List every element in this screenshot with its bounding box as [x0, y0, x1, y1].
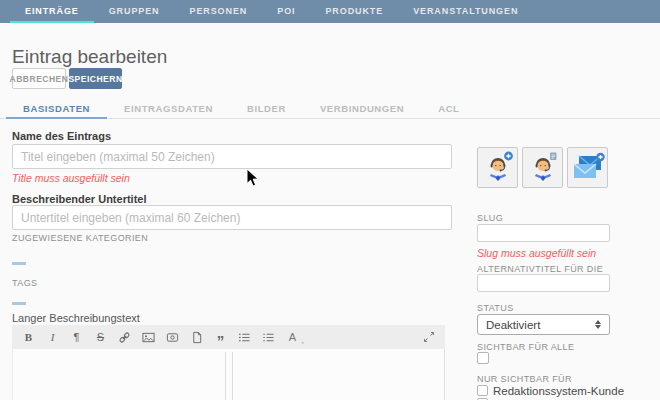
alt-title-input[interactable] — [477, 274, 610, 292]
visible-all-label: SICHTBAR FÜR ALLE — [477, 342, 574, 352]
nav-item-gruppen[interactable]: GRUPPEN — [94, 0, 175, 23]
editor-pane-divider — [232, 352, 233, 400]
nav-item-eintraege[interactable]: EINTRÄGE — [10, 0, 94, 23]
page-title: Eintrag bearbeiten — [12, 46, 167, 68]
nav-item-veranstaltungen[interactable]: VERANSTALTUNGEN — [398, 0, 533, 23]
title-error: Title muss ausgefüllt sein — [12, 172, 130, 184]
name-label: Name des Eintrags — [12, 130, 111, 142]
ordered-list-icon[interactable] — [262, 330, 275, 344]
select-arrows-icon — [595, 320, 601, 329]
status-label: STATUS — [477, 303, 514, 313]
visible-all-checkbox[interactable] — [477, 352, 489, 364]
slug-input[interactable] — [477, 224, 610, 242]
font-style-icon[interactable]: A◦ — [286, 330, 299, 344]
media-icon[interactable] — [166, 330, 179, 344]
form-tabs: BASISDATEN EINTRAGSDATEN BILDER VERBINDU… — [0, 99, 660, 119]
tab-eintragsdaten[interactable]: EINTRAGSDATEN — [107, 99, 230, 119]
visible-only-option-checkbox[interactable] — [477, 385, 488, 396]
unordered-list-icon[interactable] — [238, 330, 251, 344]
save-button[interactable]: SPEICHERN — [69, 68, 122, 89]
subtitle-input[interactable] — [12, 205, 452, 230]
description-editor[interactable] — [12, 349, 445, 400]
nav-item-produkte[interactable]: PRODUKTE — [310, 0, 398, 23]
categories-empty-indicator[interactable] — [12, 262, 26, 265]
tags-label: TAGS — [12, 278, 37, 288]
link-icon[interactable] — [118, 330, 131, 344]
tags-empty-indicator[interactable] — [12, 302, 26, 305]
bold-icon[interactable]: B — [22, 330, 35, 344]
slug-error: Slug muss ausgefüllt sein — [477, 247, 596, 259]
slug-label: SLUG — [477, 213, 503, 223]
attachment-icon[interactable] — [190, 330, 203, 344]
tab-basisdaten[interactable]: BASISDATEN — [6, 99, 107, 119]
copy-person-button[interactable] — [522, 147, 563, 188]
cancel-button[interactable]: ABBRECHEN — [12, 68, 66, 89]
tab-bilder[interactable]: BILDER — [230, 99, 303, 119]
italic-icon[interactable]: I — [46, 330, 59, 344]
entry-edit-page: EINTRÄGE GRUPPEN PERSONEN POI PRODUKTE V… — [0, 0, 660, 400]
nav-item-poi[interactable]: POI — [262, 0, 310, 23]
fullscreen-icon[interactable] — [422, 330, 435, 344]
add-message-button[interactable] — [567, 147, 608, 188]
strikethrough-icon[interactable]: S — [94, 330, 107, 344]
description-label: Langer Beschreibungstext — [12, 312, 140, 324]
mouse-cursor — [246, 168, 260, 188]
visible-only-option-label: Redaktionssystem-Kunde — [493, 385, 624, 397]
image-icon[interactable] — [142, 330, 155, 344]
editor-toolbar: B I ¶ S ” A◦ — [12, 325, 445, 349]
visible-only-label: NUR SICHTBAR FÜR — [477, 374, 572, 384]
tab-acl[interactable]: ACL — [421, 99, 476, 119]
status-select-value: Deaktiviert — [486, 319, 540, 331]
top-navigation: EINTRÄGE GRUPPEN PERSONEN POI PRODUKTE V… — [0, 0, 660, 23]
add-person-button[interactable] — [477, 147, 518, 188]
subtitle-label: Beschreibender Untertitel — [12, 193, 146, 205]
editor-pane-divider — [225, 352, 226, 400]
tab-verbindungen[interactable]: VERBINDUNGEN — [303, 99, 421, 119]
title-input[interactable] — [12, 144, 452, 169]
nav-item-personen[interactable]: PERSONEN — [175, 0, 263, 23]
blockquote-icon[interactable]: ” — [214, 330, 227, 344]
status-select[interactable]: Deaktiviert — [477, 314, 610, 335]
paragraph-icon[interactable]: ¶ — [70, 330, 83, 344]
categories-label: ZUGEWIESENE KATEGORIEN — [12, 233, 148, 243]
